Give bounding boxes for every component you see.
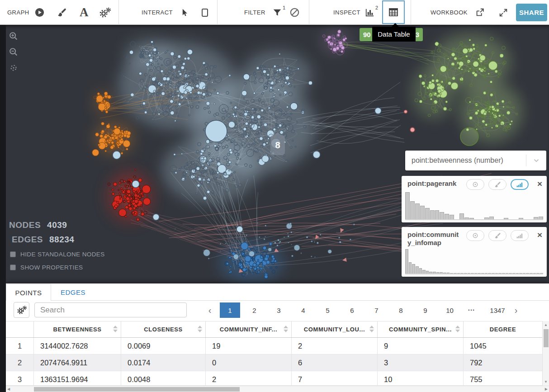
inspect-group-label: INSPECT — [333, 0, 360, 25]
pointer-tool-button[interactable] — [180, 0, 189, 25]
prev-page-button[interactable]: ‹ — [204, 305, 216, 316]
column-header-community-spinglass[interactable]: COMMUNITY_SPIN... — [378, 321, 464, 337]
hide-standalone-nodes-checkbox[interactable] — [10, 251, 16, 257]
table-row[interactable]: 1 3144002.7628 0.0069 19 2 9 1045 — [6, 338, 542, 354]
page-button-6[interactable]: 6 — [342, 302, 362, 318]
row-number: 3 — [6, 371, 34, 385]
font-icon: A — [80, 6, 89, 19]
search-input[interactable] — [34, 302, 187, 317]
cell-degree: 755 — [464, 371, 542, 385]
page-button-8[interactable]: 8 — [391, 302, 411, 318]
cell-community-infomap: 0 — [206, 354, 292, 371]
pagerank-histogram[interactable] — [405, 191, 543, 220]
cell-closeness: 0.0069 — [121, 338, 206, 354]
column-header-betweenness[interactable]: BETWEENNESS — [34, 321, 121, 337]
attribute-selector-dropdown[interactable]: point:betweenness (number) — [405, 151, 546, 170]
filter-target-pill-button[interactable] — [466, 230, 484, 241]
cell-degree: 1045 — [464, 338, 542, 354]
fullscreen-button[interactable] — [498, 0, 508, 25]
community-infomap-histogram[interactable] — [405, 248, 543, 274]
page-button-4[interactable]: 4 — [293, 302, 313, 318]
exclusion-button[interactable] — [289, 0, 300, 25]
open-workbook-button[interactable] — [475, 0, 485, 25]
histogram-pill-button[interactable] — [511, 179, 529, 190]
paintbrush-icon — [57, 8, 67, 18]
show-properties-checkbox[interactable] — [10, 264, 16, 270]
table-header-row: BETWEENNESS CLOSENESS COMMUNITY_INF... C… — [6, 321, 542, 338]
sort-icon[interactable] — [284, 326, 288, 332]
sort-icon[interactable] — [198, 326, 202, 332]
table-row[interactable]: 3 1363151.9694 0.0048 2 7 10 755 — [6, 371, 542, 386]
paint-pill-button[interactable] — [488, 179, 506, 190]
horizontal-scrollbar-thumb[interactable] — [34, 387, 240, 392]
show-properties-checkbox-row[interactable]: SHOW PROPERTIES — [10, 264, 105, 271]
layout-settings-gears-button[interactable] — [99, 0, 111, 25]
interact-group-label: INTERACT — [142, 0, 173, 25]
sort-icon[interactable] — [369, 326, 374, 332]
zoom-out-button[interactable] — [9, 47, 19, 57]
page-button-7[interactable]: 7 — [366, 302, 387, 318]
column-header-community-louvain[interactable]: COMMUNITY_LOU... — [292, 321, 378, 337]
cell-closeness: 0.0174 — [121, 354, 206, 371]
vertical-scrollbar[interactable]: ▲ ▼ — [542, 321, 549, 386]
cell-community-louvain: 6 — [292, 354, 378, 371]
page-button-5[interactable]: 5 — [317, 302, 338, 318]
tab-points[interactable]: POINTS — [6, 284, 51, 301]
sort-icon[interactable] — [113, 326, 118, 332]
hide-standalone-nodes-checkbox-row[interactable]: HIDE STANDALONE NODES — [10, 251, 105, 258]
vertical-scrollbar-thumb[interactable] — [544, 329, 549, 347]
data-table-button-active[interactable] — [382, 0, 405, 24]
column-header-community-infomap[interactable]: COMMUNITY_INF... — [206, 321, 292, 337]
horizontal-scrollbar[interactable]: ◀ ▶ — [6, 386, 549, 392]
row-number: 2 — [6, 354, 34, 371]
cell-community-louvain: 2 — [292, 338, 378, 354]
edges-label: EDGES — [12, 235, 43, 245]
cell-closeness: 0.0048 — [121, 371, 206, 385]
page-button-3[interactable]: 3 — [269, 302, 289, 318]
zoom-in-button[interactable] — [9, 31, 19, 41]
next-page-button[interactable]: › — [510, 305, 522, 316]
page-button-2[interactable]: 2 — [244, 302, 265, 318]
font-settings-button[interactable]: A — [80, 0, 89, 25]
histogram-pill-button[interactable] — [511, 230, 529, 241]
filter-button[interactable] — [272, 0, 282, 25]
page-button-1[interactable]: 1 — [220, 302, 240, 318]
sort-icon[interactable] — [455, 326, 460, 332]
selection-rectangle-icon — [202, 9, 208, 17]
histograms-button[interactable] — [364, 0, 375, 25]
cell-betweenness: 2074764.9911 — [34, 354, 121, 371]
page-button-9[interactable]: 9 — [415, 302, 435, 318]
scroll-down-arrow[interactable]: ▼ — [543, 380, 549, 384]
gears-icon — [16, 305, 27, 315]
paint-pill-button[interactable] — [488, 230, 506, 241]
column-header-degree[interactable]: DEGREE — [464, 321, 542, 337]
table-settings-button[interactable] — [14, 302, 29, 318]
play-layout-button[interactable] — [34, 0, 45, 25]
page-button-last[interactable]: 1347 — [485, 302, 510, 318]
column-header-closeness[interactable]: CLOSENESS — [121, 321, 206, 337]
scroll-up-arrow[interactable]: ▲ — [543, 323, 549, 327]
filter-target-pill-button[interactable] — [466, 179, 484, 190]
histogram-panel-title: point:community_infomap — [407, 231, 461, 247]
center-view-button[interactable] — [9, 63, 19, 73]
data-table-panel: POINTS EDGES ‹ 1 2 3 4 5 6 7 8 9 10 ••• … — [6, 283, 549, 392]
marquee-select-button[interactable] — [202, 0, 208, 25]
share-button[interactable]: SHARE — [516, 4, 547, 21]
close-panel-button[interactable]: × — [537, 230, 542, 240]
bar-chart-icon — [364, 7, 375, 18]
edges-stat: EDGES 88234 — [12, 235, 105, 245]
external-link-icon — [475, 8, 485, 18]
ban-icon — [289, 7, 300, 18]
tab-edges[interactable]: EDGES — [51, 284, 95, 301]
left-edge-strip — [0, 25, 6, 392]
zoom-in-icon — [9, 31, 19, 41]
page-button-10[interactable]: 10 — [440, 302, 460, 318]
cursor-icon — [180, 7, 189, 18]
paintbrush-button[interactable] — [57, 0, 67, 25]
graph-canvas[interactable]: 90 3 8 NODES 4039 EDGES 88234 HIDE STAND… — [0, 25, 549, 283]
scroll-left-arrow[interactable]: ◀ — [7, 387, 10, 391]
scroll-right-arrow[interactable]: ▶ — [545, 387, 548, 391]
table-row[interactable]: 2 2074764.9911 0.0174 0 6 3 792 — [6, 354, 542, 371]
close-panel-button[interactable]: × — [537, 179, 542, 189]
filter-count-badge: 1 — [283, 5, 285, 10]
